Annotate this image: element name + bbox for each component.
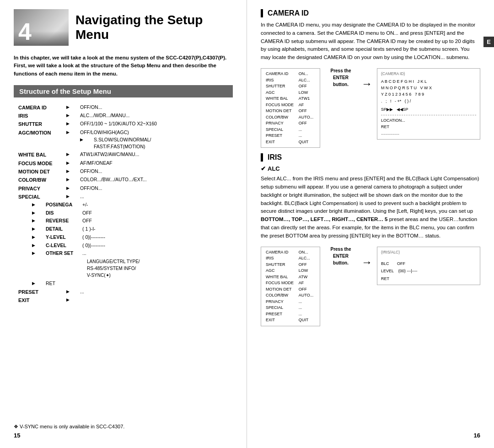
tb-agc-val: LOW [298,90,316,96]
sub-label-dis: DIS [46,210,82,216]
chapter-number: 4 [18,20,32,43]
tb-special-val: ... [298,127,316,133]
ib-camera-id-v: ON... [298,249,316,256]
sub-label-ylevel: Y-LEVEL [46,234,82,241]
tb-white-label: WHITE BAL [265,96,298,102]
submenu-title-iris: (IRIS/ALC) [381,249,476,256]
menu-row-exit: EXIT [18,297,233,303]
menu-label-camera-id: CAMERA ID [18,104,66,111]
tb-color-label: COLOR/BW [265,114,298,121]
arrow-sub-clevel [32,242,46,248]
footnote-text: ❖ V-SYNC menu is only available in SCC-C… [14,424,233,430]
ib-exit-l: EXIT [265,317,298,324]
menu-row-agc-cont: S.SLOW/SLOW/NORMAL/FAST/F.FAST(MOTION) [80,136,233,150]
ib-motion-v: OFF [298,286,316,293]
alc-label: ALC [268,165,280,172]
menu-label-exit: EXIT [18,297,66,303]
sub-label-detail: DETAIL [46,226,82,232]
menu-label-privacy: PRIVACY [18,185,66,192]
sub-ylevel: Y-LEVEL ( 0)|--------- [32,234,233,241]
enter-label-iris: ENTER [333,254,349,259]
menu-row-preset: PRESET ... [18,288,233,295]
iris-menu-table: CAMERA IDON... IRISALC... SHUTTEROFF AGC… [265,249,316,324]
tb-shutter-label: SHUTTER [265,83,298,90]
left-footer: ❖ V-SYNC menu is only available in SCC-C… [14,424,233,430]
menu-row-iris: IRIS ALC.../WDR.../MANU... [18,112,233,119]
iris-sub-level: LEVEL (00) ---|---- [381,267,476,275]
menu-label-focus: FOCUS MODE [18,160,66,167]
sub-reverse: REVERSE OFF [32,217,233,224]
other-sub-rs485: RS-485/SYSTEM INFO/ [87,265,233,272]
ib-camera-id-l: CAMERA ID [265,249,298,256]
ib-color-l: COLOR/BW [265,292,298,299]
arrow-agc-cont [80,136,94,142]
menu-label-special: SPECIAL [18,193,66,200]
ib-motion-l: MOTION DET [265,286,298,293]
iris-section: IRIS ✔ ALC Select ALC... from the IRIS m… [261,153,480,326]
sub-line-location: LOCATION... [381,117,476,124]
sub-line-sp: SP▶▶ ◀◀SP [381,106,476,113]
big-arrow-iris: → [361,256,372,269]
button-label-camera: button. [333,82,349,87]
page-number-right: 16 [474,432,480,439]
menu-row-camera-id: CAMERA ID OFF/ON... [18,104,233,111]
page-number-left: 15 [14,432,20,439]
menu-options-white-bal: ATW1/ATW2/AWC/MANU... [80,151,233,158]
submenu-content-camera: A B C D E F G H I J K L M N O P Q R S T … [381,78,476,137]
sub-line-mno: M N O P Q R S T U V W X [381,85,476,91]
iris-sub-blc: BLC OFF [381,260,476,267]
tb-focus-val: AF [298,102,316,108]
arrow-sub-posi [32,201,46,207]
menu-row-privacy: PRIVACY OFF/ON... [18,185,233,192]
menu-opt-ret: RET [46,280,233,287]
tb-exit-val: QUIT [298,139,316,146]
ib-agc-l: AGC [265,268,298,274]
tb-focus-label: FOCUS MODE [265,102,298,108]
arrow-sub-detail [32,226,46,231]
sub-opt-posi: +/- [82,201,233,208]
menu-label-color: COLOR/BW [18,176,66,183]
iris-title-text: IRIS [268,153,282,162]
ib-iris-v: ALC... [298,255,316,262]
sub-opt-reverse: OFF [82,217,233,224]
ib-preset-v: ... [298,311,316,318]
tb-motion-label: MOTION DET [265,108,298,114]
iris-body1: Select ALC... from the IRIS menu and pre… [261,175,480,240]
arrow-camera-id [66,104,80,109]
other-set-sub: LANGUAGE/CTRL TYPE/ RS-485/SYSTEM INFO/ … [87,258,233,279]
camera-id-menu-row: CAMERA IDON... IRISALC... SHUTTEROFF AGC… [261,68,480,148]
arrow-enter-camera: → [361,68,372,90]
arrow-preset [66,288,80,294]
press-label-camera: Press the [330,68,351,73]
ib-agc-v: LOW [298,268,316,274]
menu-label-motion: MOTION DET [18,168,66,175]
ib-white-v: ATW [298,274,316,281]
camera-id-section: CAMERA ID In the CAMERA ID menu, you may… [261,9,480,148]
sub-opt-dis: OFF [82,210,233,216]
ib-exit-v: QUIT [298,317,316,324]
ib-shutter-l: SHUTTER [265,262,298,268]
tb-privacy-label: PRIVACY [265,120,298,127]
tb-exit-label: EXIT [265,139,298,146]
camera-submenu-box: (CAMERA ID) A B C D E F G H I J K L M N … [377,68,480,140]
sub-label-reverse: REVERSE [46,217,82,224]
right-column: E CAMERA ID In the CAMERA ID menu, you m… [247,0,494,448]
menu-row-white-bal: WHITE BAL ATW1/ATW2/AWC/MANU... [18,151,233,158]
menu-options-camera-id: OFF/ON... [80,104,233,111]
menu-row-color: COLOR/BW COLOR.../BW.../AUTO.../EXT... [18,176,233,183]
sub-label-clevel: C-LEVEL [46,242,82,249]
menu-label-white-bal: WHITE BAL [18,151,66,158]
ib-privacy-v: ... [298,299,316,305]
iris-menu-row: CAMERA IDON... IRISALC... SHUTTEROFF AGC… [261,247,480,326]
menu-options-agc: OFF/LOW/HIGH(AGC) [80,129,233,136]
ib-special-l: SPECIAL [265,305,298,311]
ib-special-v: ... [298,305,316,311]
arrow-sub-ylevel [32,234,46,239]
sub-opt-ylevel: ( 0)|--------- [82,234,233,241]
menu-options-special: ... [80,193,233,200]
tb-camera-id-val: ON... [298,71,316,77]
checkmark-icon: ✔ [261,165,266,172]
camera-id-title: CAMERA ID [261,9,480,17]
tb-color-val: AUTO... [298,114,316,121]
chapter-title: Navigating the Setup Menu [75,13,233,42]
